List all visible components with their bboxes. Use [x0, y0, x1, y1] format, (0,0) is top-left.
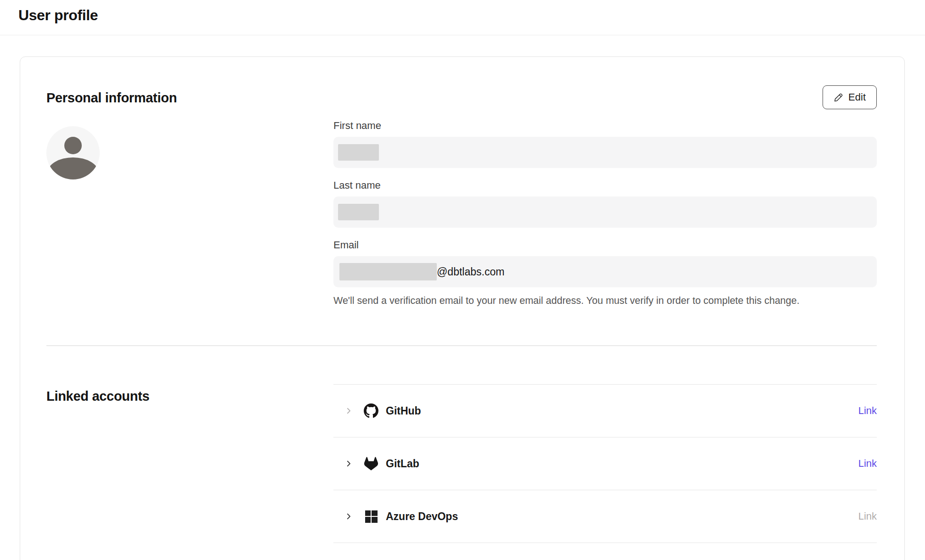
page-title: User profile — [18, 7, 907, 24]
personal-information-section: Personal information Edit First name — [46, 90, 877, 346]
profile-card: Personal information Edit First name — [20, 56, 905, 560]
account-row-azure-devops[interactable]: Azure DevOps Link — [333, 490, 877, 543]
linked-accounts-list: GitHub Link GitLab Link — [333, 384, 877, 543]
pencil-icon — [834, 93, 843, 102]
first-name-label: First name — [333, 120, 877, 132]
account-name: Azure DevOps — [386, 510, 458, 523]
account-name: GitLab — [386, 458, 419, 470]
email-label: Email — [333, 239, 877, 251]
gitlab-icon — [364, 456, 378, 471]
account-row-gitlab[interactable]: GitLab Link — [333, 437, 877, 490]
redacted-value — [339, 263, 437, 280]
account-row-github[interactable]: GitHub Link — [333, 385, 877, 437]
linked-accounts-heading: Linked accounts — [46, 389, 333, 404]
chevron-right-icon[interactable] — [344, 512, 353, 521]
first-name-field — [333, 137, 877, 168]
azure-devops-link-action: Link — [858, 510, 877, 522]
redacted-value — [338, 204, 379, 220]
chevron-right-icon[interactable] — [344, 407, 353, 415]
page-header: User profile — [0, 0, 925, 35]
email-field: @dbtlabs.com — [333, 256, 877, 287]
last-name-field — [333, 196, 877, 228]
linked-accounts-section: Linked accounts GitHub Link — [46, 346, 877, 543]
email-group: Email @dbtlabs.com We'll send a verifica… — [333, 239, 877, 307]
avatar-person-icon — [64, 137, 82, 154]
last-name-label: Last name — [333, 179, 877, 191]
edit-button[interactable]: Edit — [823, 85, 877, 109]
azure-devops-icon — [364, 509, 378, 524]
avatar — [46, 126, 100, 179]
last-name-group: Last name — [333, 179, 877, 228]
github-icon — [364, 403, 378, 418]
edit-button-label: Edit — [848, 91, 866, 103]
email-helper-text: We'll send a verification email to your … — [333, 295, 877, 307]
github-link-action[interactable]: Link — [858, 405, 877, 417]
redacted-value — [338, 144, 379, 161]
account-name: GitHub — [386, 405, 421, 417]
chevron-right-icon[interactable] — [344, 459, 353, 468]
email-domain-text: @dbtlabs.com — [437, 266, 504, 278]
gitlab-link-action[interactable]: Link — [858, 458, 877, 470]
first-name-group: First name — [333, 120, 877, 168]
personal-information-heading: Personal information — [46, 90, 877, 106]
